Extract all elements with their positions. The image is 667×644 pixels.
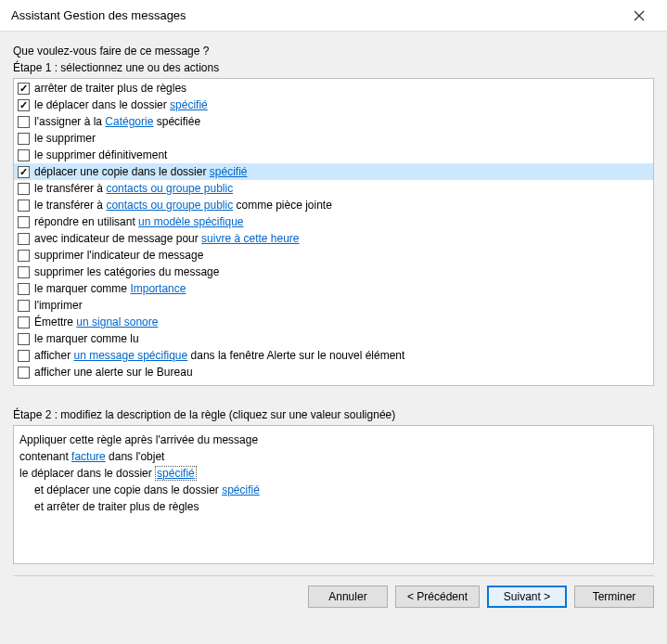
desc-link-subject-value[interactable]: facture: [71, 450, 106, 463]
action-label: afficher un message spécifique dans la f…: [34, 349, 404, 362]
action-checkbox[interactable]: [18, 99, 30, 111]
desc-line-copy: et déplacer une copie dans le dossier sp…: [19, 482, 648, 498]
action-checkbox[interactable]: [18, 116, 30, 128]
action-label: répondre en utilisant un modèle spécifiq…: [34, 215, 244, 228]
wizard-footer: Annuler < Précédent Suivant > Terminer: [0, 576, 667, 617]
action-checkbox[interactable]: [18, 300, 30, 312]
action-row[interactable]: le déplacer dans le dossier spécifié: [14, 97, 653, 113]
desc-link-move-folder[interactable]: spécifié: [155, 466, 197, 481]
action-label: le transférer à contacts ou groupe publi…: [34, 182, 233, 195]
action-link[interactable]: un modèle spécifique: [138, 215, 243, 228]
action-label: le marquer comme lu: [34, 332, 139, 345]
desc-line-move: le déplacer dans le dossier spécifié: [19, 465, 648, 482]
action-checkbox[interactable]: [18, 133, 30, 145]
window-title: Assistant Gestion des messages: [11, 8, 621, 22]
cancel-button[interactable]: Annuler: [308, 586, 388, 608]
action-link[interactable]: Catégorie: [105, 115, 153, 128]
action-row[interactable]: répondre en utilisant un modèle spécifiq…: [14, 213, 653, 230]
action-checkbox[interactable]: [18, 216, 30, 228]
desc-line-condition: contenant facture dans l'objet: [19, 448, 648, 465]
action-row[interactable]: le transférer à contacts ou groupe publi…: [14, 180, 653, 197]
action-checkbox[interactable]: [18, 316, 30, 328]
action-link[interactable]: Importance: [130, 282, 186, 295]
action-checkbox[interactable]: [18, 266, 30, 278]
action-label: avec indicateur de message pour suivre à…: [34, 232, 300, 245]
action-label: le transférer à contacts ou groupe publi…: [34, 199, 332, 212]
action-checkbox[interactable]: [18, 200, 30, 212]
action-row[interactable]: afficher un message spécifique dans la f…: [14, 347, 653, 364]
action-checkbox[interactable]: [18, 367, 30, 379]
wizard-content: Que voulez-vous faire de ce message ? Ét…: [0, 32, 667, 564]
action-link[interactable]: contacts ou groupe public: [106, 199, 233, 212]
action-label: supprimer l'indicateur de message: [34, 249, 203, 262]
action-checkbox[interactable]: [18, 183, 30, 195]
action-checkbox[interactable]: [18, 233, 30, 245]
action-label: le déplacer dans le dossier spécifié: [34, 98, 208, 111]
action-row[interactable]: Émettre un signal sonore: [14, 314, 653, 330]
desc-link-copy-folder[interactable]: spécifié: [222, 483, 260, 496]
action-label: l'imprimer: [34, 299, 83, 312]
step2-label: Étape 2 : modifiez la description de la …: [13, 408, 654, 421]
action-checkbox[interactable]: [18, 250, 30, 262]
desc-line-apply: Appliquer cette règle après l'arrivée du…: [19, 431, 648, 448]
desc-line-stop: et arrêter de traiter plus de règles: [19, 498, 648, 515]
actions-list[interactable]: arrêter de traiter plus de règlesle dépl…: [13, 78, 654, 386]
action-checkbox[interactable]: [18, 333, 30, 345]
action-checkbox[interactable]: [18, 350, 30, 362]
action-row[interactable]: supprimer l'indicateur de message: [14, 247, 653, 264]
action-row[interactable]: afficher une alerte sur le Bureau: [14, 364, 653, 380]
back-button[interactable]: < Précédent: [395, 586, 480, 608]
action-link[interactable]: contacts ou groupe public: [106, 182, 233, 195]
action-link[interactable]: suivre à cette heure: [201, 232, 299, 245]
action-link[interactable]: un message spécifique: [73, 349, 187, 362]
action-label: afficher une alerte sur le Bureau: [34, 366, 193, 379]
action-label: le supprimer: [34, 132, 96, 145]
action-label: l'assigner à la Catégorie spécifiée: [34, 115, 200, 128]
action-link[interactable]: un signal sonore: [76, 316, 158, 328]
action-row[interactable]: arrêter de traiter plus de règles: [14, 80, 653, 97]
action-checkbox[interactable]: [18, 83, 30, 95]
action-row[interactable]: le marquer comme lu: [14, 330, 653, 347]
action-checkbox[interactable]: [18, 166, 30, 178]
action-label: le marquer comme Importance: [34, 282, 186, 295]
next-button[interactable]: Suivant >: [487, 586, 567, 608]
action-row[interactable]: le transférer à contacts ou groupe publi…: [14, 197, 653, 213]
finish-button[interactable]: Terminer: [574, 586, 654, 608]
action-link[interactable]: spécifié: [210, 165, 248, 178]
action-row[interactable]: le supprimer définitivement: [14, 147, 653, 163]
action-checkbox[interactable]: [18, 283, 30, 295]
action-link[interactable]: spécifié: [170, 98, 208, 111]
action-checkbox[interactable]: [18, 149, 30, 161]
action-label: le supprimer définitivement: [34, 148, 167, 161]
action-row[interactable]: le marquer comme Importance: [14, 280, 653, 297]
rule-description-box: Appliquer cette règle après l'arrivée du…: [13, 425, 654, 564]
action-label: supprimer les catégories du message: [34, 265, 219, 278]
wizard-question: Que voulez-vous faire de ce message ?: [13, 45, 654, 58]
action-label: arrêter de traiter plus de règles: [34, 82, 186, 95]
titlebar: Assistant Gestion des messages: [0, 0, 667, 32]
action-row[interactable]: déplacer une copie dans le dossier spéci…: [14, 163, 653, 180]
action-row[interactable]: l'assigner à la Catégorie spécifiée: [14, 113, 653, 130]
step1-label: Étape 1 : sélectionnez une ou des action…: [13, 61, 654, 74]
action-row[interactable]: avec indicateur de message pour suivre à…: [14, 230, 653, 247]
action-row[interactable]: le supprimer: [14, 130, 653, 147]
action-label: déplacer une copie dans le dossier spéci…: [34, 165, 247, 178]
action-label: Émettre un signal sonore: [34, 316, 158, 328]
action-row[interactable]: l'imprimer: [14, 297, 653, 314]
action-row[interactable]: supprimer les catégories du message: [14, 264, 653, 280]
close-icon[interactable]: [621, 2, 658, 30]
